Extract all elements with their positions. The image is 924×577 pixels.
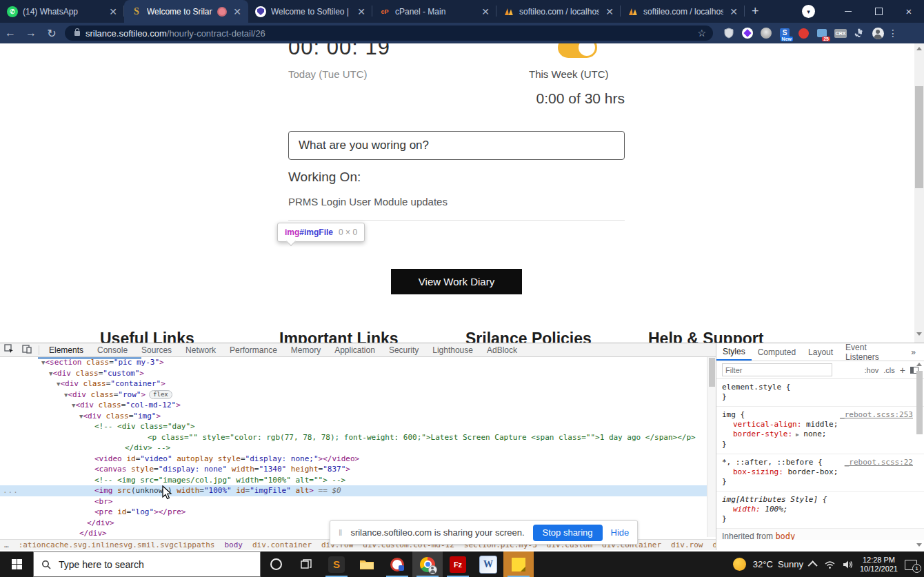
- tree-node[interactable]: ...<img src(unknown) width="100%" id="im…: [0, 485, 707, 496]
- devtools-tab-elements[interactable]: Elements: [42, 343, 90, 357]
- taskbar-search-input[interactable]: [57, 558, 232, 571]
- drag-grip-icon[interactable]: ‖: [339, 527, 342, 538]
- purple-diamond-extension-icon[interactable]: [741, 27, 754, 39]
- task-view-icon[interactable]: [291, 551, 321, 577]
- word-icon[interactable]: W: [473, 551, 503, 577]
- style-rule[interactable]: element.style {}: [716, 379, 924, 407]
- tab-close-icon[interactable]: ✕: [604, 7, 615, 17]
- weather-sun-icon[interactable]: [733, 558, 746, 571]
- clock[interactable]: 12:28 PM10/12/2021: [860, 556, 898, 574]
- cortana-icon[interactable]: [261, 551, 291, 577]
- tree-node[interactable]: ▼<section class="pic my-3">: [0, 357, 707, 368]
- style-rule[interactable]: img[Attributes Style] {width: 100%;}: [716, 492, 924, 529]
- styles-tab-layout[interactable]: Layout: [802, 343, 839, 361]
- breadcrumb-item[interactable]: body: [224, 540, 243, 549]
- style-rule[interactable]: *, ::after, ::before {box-sizing: border…: [716, 454, 924, 492]
- working-on-input[interactable]: [288, 131, 625, 160]
- profile-avatar-icon[interactable]: [872, 27, 884, 39]
- maximize-button[interactable]: [863, 0, 894, 23]
- filezilla-icon[interactable]: Fz: [443, 551, 473, 577]
- timer-toggle[interactable]: [558, 43, 597, 58]
- tab-close-icon[interactable]: ✕: [232, 7, 243, 17]
- shield-extension-icon[interactable]: [723, 27, 735, 39]
- tree-node[interactable]: ▼<div class="img">: [0, 411, 707, 422]
- rule-property[interactable]: width: 100%;: [722, 505, 917, 514]
- stop-sharing-button[interactable]: Stop sharing: [533, 525, 603, 541]
- minimize-button[interactable]: [833, 0, 863, 23]
- devtools-tab-application[interactable]: Application: [328, 343, 382, 357]
- style-rule[interactable]: img {vertical-align: middle;border-style…: [716, 407, 924, 454]
- gray-orb-extension-icon[interactable]: [760, 27, 772, 39]
- tree-node[interactable]: <!-- <div class="day">: [0, 421, 707, 432]
- scroll-up-icon[interactable]: [916, 47, 922, 50]
- device-toolbar-icon[interactable]: [18, 344, 36, 356]
- start-button[interactable]: [0, 551, 33, 577]
- scrollbar-thumb[interactable]: [915, 86, 923, 188]
- tree-scrollbar[interactable]: [707, 357, 716, 537]
- red-stop-extension-icon[interactable]: [797, 27, 810, 39]
- media-control-icon[interactable]: ▾: [802, 5, 815, 18]
- wifi-icon[interactable]: [824, 560, 836, 569]
- speaker-icon[interactable]: [843, 560, 853, 569]
- styles-tab-event-listeners[interactable]: Event Listeners: [839, 343, 905, 361]
- breadcrumb-item[interactable]: div.row: [671, 540, 703, 549]
- stylesheet-link[interactable]: _reboot.scss:22: [845, 458, 913, 467]
- new-tab-button[interactable]: +: [752, 4, 759, 19]
- styles-filter-input[interactable]: [722, 363, 832, 376]
- tree-node[interactable]: ▼<div class="col-md-12">: [0, 400, 707, 411]
- elements-tree[interactable]: ▼<section class="pic my-3">▼<div class="…: [0, 357, 707, 537]
- styles-rules[interactable]: element.style {}img {vertical-align: mid…: [716, 379, 924, 540]
- stylesheet-link[interactable]: _reboot.scss:253: [840, 410, 913, 420]
- page-scrollbar[interactable]: [914, 43, 924, 343]
- inspect-element-icon[interactable]: [0, 344, 18, 356]
- browser-tab[interactable]: Welcome to Softileo | We✕: [248, 0, 372, 23]
- tree-node[interactable]: ▼<div class="custom">: [0, 368, 707, 379]
- tree-node[interactable]: ▼<div class="container">: [0, 378, 707, 389]
- browser-menu-icon[interactable]: ⋮: [888, 28, 898, 39]
- sublime-text-icon[interactable]: S: [321, 551, 352, 577]
- tab-close-icon[interactable]: ✕: [480, 7, 491, 17]
- devtools-tab-memory[interactable]: Memory: [284, 343, 328, 357]
- browser-tab[interactable]: cPcPanel - Main✕: [372, 0, 496, 23]
- address-bar[interactable]: srilance.softileo.com/hourly-contract-de…: [65, 26, 713, 41]
- tree-node[interactable]: <pre id="log"></pre>: [0, 507, 707, 518]
- view-work-diary-button[interactable]: View Work Diary: [391, 269, 522, 294]
- reload-icon[interactable]: ↻: [41, 27, 62, 40]
- tree-node[interactable]: </div> -->: [0, 443, 707, 454]
- hov-button[interactable]: :hov: [865, 366, 879, 374]
- devtools-tab-sources[interactable]: Sources: [134, 343, 179, 357]
- browser-tab[interactable]: softileo.com / localhost /✕: [621, 0, 745, 23]
- styles-tab-styles[interactable]: Styles: [716, 343, 752, 361]
- devtools-tab-performance[interactable]: Performance: [223, 343, 284, 357]
- crx-extension-icon[interactable]: CRX: [834, 27, 847, 39]
- rule-property[interactable]: box-sizing: border-box;: [722, 467, 917, 477]
- breadcrumb-item[interactable]: div.container: [252, 540, 312, 549]
- tree-node[interactable]: <video id="video" autoplay style="displa…: [0, 454, 707, 465]
- tab-close-icon[interactable]: ✕: [728, 7, 739, 17]
- bookmark-star-icon[interactable]: ☆: [697, 28, 706, 39]
- styles-scrollbar[interactable]: [916, 361, 923, 549]
- styles-tab-computed[interactable]: Computed: [752, 343, 802, 361]
- file-explorer-icon[interactable]: [352, 551, 382, 577]
- rule-property[interactable]: vertical-align: middle;: [722, 420, 917, 429]
- flex-badge[interactable]: flex: [149, 390, 172, 399]
- forward-icon[interactable]: →: [21, 27, 41, 39]
- tree-node[interactable]: ▼<div class="row">flex: [0, 389, 707, 401]
- devtools-tab-lighthouse[interactable]: Lighthouse: [425, 343, 480, 357]
- tree-node[interactable]: <!-- <img src="images/col.jpg" width="10…: [0, 475, 707, 486]
- cls-button[interactable]: .cls: [883, 366, 895, 374]
- devtools-tab-console[interactable]: Console: [90, 343, 134, 357]
- browser-tab[interactable]: ✆(14) WhatsApp✕: [0, 0, 124, 23]
- hide-sharing-button[interactable]: Hide: [611, 527, 630, 538]
- seo-extension-icon[interactable]: SNew: [779, 27, 791, 39]
- tree-node[interactable]: <canvas style="display: none" width="134…: [0, 464, 707, 475]
- inherited-body-link[interactable]: body: [775, 532, 795, 540]
- browser-tab[interactable]: SWelcome to Srilance✕: [124, 0, 248, 23]
- action-center-icon[interactable]: 1: [905, 558, 920, 571]
- taskbar-search[interactable]: [33, 551, 261, 577]
- rule-property[interactable]: border-style: ▶ none;: [722, 429, 917, 440]
- browser-tab[interactable]: softileo.com / localhost /✕: [496, 0, 621, 23]
- row-menu-dots[interactable]: ...: [3, 485, 19, 496]
- screen-recorder-icon[interactable]: [382, 551, 412, 577]
- hidden-icons-chevron[interactable]: [807, 560, 817, 570]
